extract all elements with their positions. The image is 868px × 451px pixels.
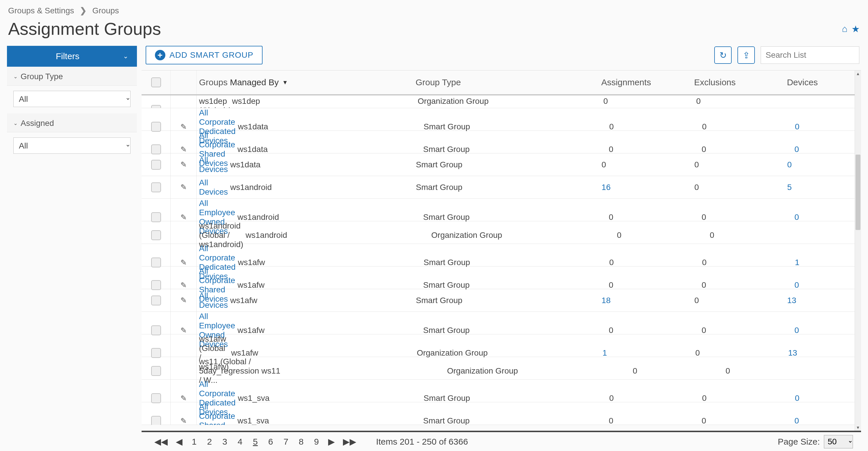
page-number[interactable]: 5 (252, 437, 259, 447)
filter-section-group-type[interactable]: ⌄ Group Type (13, 72, 130, 81)
vertical-scrollbar[interactable]: ▲ ▼ (855, 70, 861, 431)
assignments-cell: 0 (609, 416, 614, 425)
col-group-type[interactable]: Group Type (413, 77, 599, 87)
table-row[interactable]: ✎All Devicesws1afwSmart Group18013 (142, 289, 861, 312)
row-checkbox[interactable] (151, 258, 161, 267)
col-groups[interactable]: Groups (197, 77, 227, 87)
row-checkbox[interactable] (151, 144, 161, 154)
filter-section-assigned[interactable]: ⌄ Assigned (13, 119, 130, 128)
devices-cell[interactable]: 13 (788, 348, 797, 357)
group-name[interactable]: All Devices (199, 178, 228, 196)
table-row[interactable]: ✎All Corporate Shared Devicesws1dataSmar… (142, 131, 861, 154)
table-row[interactable]: ws11 (Global / 5day_regression / W...ws1… (142, 357, 861, 380)
breadcrumb-parent[interactable]: Groups & Settings (8, 6, 74, 15)
next-page-button[interactable]: ▶ (328, 437, 335, 447)
page-number[interactable]: 6 (267, 437, 274, 447)
edit-icon[interactable]: ✎ (181, 145, 187, 154)
star-icon[interactable]: ★ (851, 24, 860, 34)
group-name[interactable]: All Corporate Shared Devices (199, 402, 235, 425)
assignments-cell[interactable]: 18 (602, 296, 611, 305)
col-devices[interactable]: Devices (784, 77, 866, 87)
scroll-down-icon[interactable]: ▼ (855, 424, 861, 431)
row-checkbox[interactable] (151, 416, 161, 425)
edit-icon[interactable]: ✎ (181, 160, 187, 169)
row-checkbox[interactable] (151, 183, 161, 192)
page-number[interactable]: 7 (282, 437, 289, 447)
page-number[interactable]: 2 (206, 437, 213, 447)
table-row[interactable]: ✎All Employee Owned Devicesws1afwSmart G… (142, 312, 861, 334)
devices-cell[interactable]: 0 (795, 416, 799, 425)
page-number[interactable]: 4 (237, 437, 244, 447)
managed-by-cell: ws1dep (230, 95, 415, 106)
devices-cell[interactable]: 1 (795, 258, 800, 267)
row-checkbox[interactable] (151, 366, 161, 376)
edit-icon[interactable]: ✎ (181, 258, 187, 267)
row-checkbox[interactable] (151, 122, 161, 132)
refresh-button[interactable]: ↻ (714, 46, 732, 64)
table-row[interactable]: ✎All Corporate Dedicated Devicesws1afwSm… (142, 244, 861, 266)
edit-icon[interactable]: ✎ (181, 296, 187, 305)
row-checkbox[interactable] (151, 160, 161, 170)
home-icon[interactable]: ⌂ (842, 24, 847, 34)
group-name[interactable]: All Devices (199, 291, 228, 310)
page-number[interactable]: 1 (191, 437, 198, 447)
search-input[interactable] (761, 46, 859, 64)
devices-cell[interactable]: 0 (795, 326, 799, 335)
edit-icon[interactable]: ✎ (181, 394, 187, 403)
edit-icon[interactable]: ✎ (181, 281, 187, 290)
devices-cell[interactable]: 5 (787, 183, 792, 192)
row-checkbox[interactable] (151, 230, 161, 240)
devices-cell[interactable]: 0 (795, 281, 799, 289)
group-name[interactable]: All Devices (199, 156, 228, 174)
row-checkbox[interactable] (151, 325, 161, 335)
table-row[interactable]: ✎All Employee Owned Devicesws1androidSma… (142, 199, 861, 221)
row-checkbox[interactable] (151, 295, 161, 305)
assignments-cell[interactable]: 1 (602, 348, 607, 357)
devices-cell[interactable]: 0 (787, 160, 792, 169)
devices-cell[interactable]: 0 (795, 145, 799, 154)
page-number[interactable]: 9 (313, 437, 320, 447)
assignments-cell[interactable]: 16 (602, 183, 611, 192)
table-row[interactable]: ✎All Corporate Dedicated Devicesws1dataS… (142, 108, 861, 131)
row-checkbox[interactable] (151, 212, 161, 222)
col-exclusions[interactable]: Exclusions (692, 77, 784, 87)
row-checkbox[interactable] (151, 348, 161, 358)
edit-icon[interactable]: ✎ (181, 183, 187, 192)
plus-circle-icon: + (155, 50, 165, 60)
table-row[interactable]: ws1dep (Global / ws1dep)ws1depOrganizati… (142, 95, 861, 108)
managed-by-cell: ws1android (243, 231, 429, 240)
add-smart-group-button[interactable]: + ADD SMART GROUP (146, 46, 262, 64)
select-all-checkbox[interactable] (151, 77, 161, 87)
page-size-select[interactable]: 50 (824, 435, 853, 448)
table-row[interactable]: ws1android (Global / ws1android)ws1andro… (142, 221, 861, 244)
devices-cell[interactable]: 0 (795, 394, 800, 402)
devices-cell[interactable]: 0 (795, 122, 800, 131)
edit-icon[interactable]: ✎ (181, 213, 187, 222)
devices-cell[interactable]: 0 (795, 213, 799, 222)
edit-icon[interactable]: ✎ (181, 417, 187, 425)
filters-toggle[interactable]: Filters ⌄ (7, 46, 137, 67)
scroll-thumb[interactable] (856, 155, 861, 230)
row-checkbox[interactable] (151, 393, 161, 403)
assigned-select[interactable]: All (13, 137, 130, 154)
last-page-button[interactable]: ▶▶ (343, 437, 356, 447)
devices-cell[interactable]: 13 (787, 296, 796, 305)
edit-icon[interactable]: ✎ (181, 122, 187, 131)
table-row[interactable]: ✎All Corporate Shared Devicesws1_svaSmar… (142, 402, 861, 425)
row-checkbox[interactable] (151, 280, 161, 290)
table-row[interactable]: ✎All Devicesws1androidSmart Group1605 (142, 176, 861, 199)
page-number[interactable]: 3 (221, 437, 228, 447)
page-number[interactable]: 8 (298, 437, 305, 447)
table-row[interactable]: ✎All Devicesws1dataSmart Group000 (142, 154, 861, 176)
export-button[interactable]: ⇪ (738, 46, 755, 64)
group-type-select[interactable]: All (13, 91, 130, 107)
prev-page-button[interactable]: ◀ (176, 437, 183, 447)
col-managed-by[interactable]: Managed By ▼ (227, 77, 413, 87)
row-checkbox[interactable] (151, 105, 161, 108)
table-row[interactable]: ws1afw (Global / ws1afw)ws1afwOrganizati… (142, 334, 861, 357)
col-assignments[interactable]: Assignments (599, 77, 692, 87)
edit-icon[interactable]: ✎ (181, 326, 187, 335)
table-row[interactable]: ✎All Corporate Shared Devicesws1afwSmart… (142, 266, 861, 289)
first-page-button[interactable]: ◀◀ (154, 437, 168, 447)
scroll-up-icon[interactable]: ▲ (855, 70, 861, 77)
